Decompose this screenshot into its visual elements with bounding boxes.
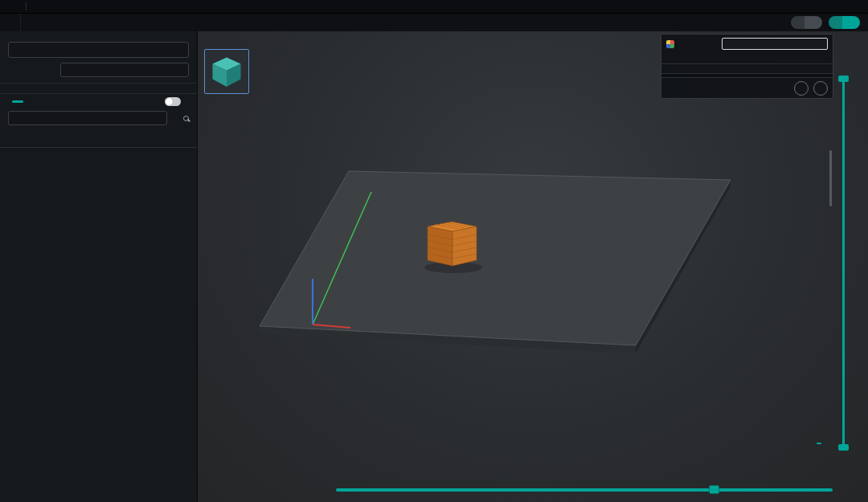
- total-estimation: [661, 63, 833, 73]
- previous-move-button[interactable]: [794, 81, 809, 96]
- section-header-precision[interactable]: [0, 204, 197, 218]
- process-setting-tabs: [0, 130, 197, 148]
- slice-options-caret[interactable]: [791, 16, 805, 29]
- gcode-scrollbar[interactable]: [829, 150, 832, 206]
- main-tab-bar: [0, 14, 868, 31]
- home-button[interactable]: [0, 14, 21, 31]
- slice-plate-button-group: [791, 16, 822, 29]
- thumbnail-cube: [205, 50, 248, 93]
- build-plate-scene: [198, 31, 868, 502]
- settings-sidebar: [0, 31, 198, 502]
- print-button[interactable]: [842, 16, 860, 29]
- layer-slider-bottom-handle[interactable]: [838, 444, 849, 451]
- section-header-seam[interactable]: [0, 186, 197, 201]
- move-slider-handle[interactable]: [709, 485, 719, 494]
- search-icon[interactable]: [183, 116, 189, 121]
- print-button-group: [829, 16, 860, 29]
- build-plate[interactable]: [260, 171, 731, 345]
- next-move-button[interactable]: [813, 81, 828, 96]
- bed-type-select[interactable]: [60, 63, 189, 77]
- process-preset-select[interactable]: [8, 111, 167, 125]
- slice-plate-button[interactable]: [805, 16, 822, 29]
- gcode-viewer[interactable]: [661, 73, 833, 77]
- sliced-model[interactable]: [428, 222, 477, 266]
- viewport-3d[interactable]: [198, 31, 868, 502]
- view-type-select[interactable]: [722, 38, 828, 50]
- move-slider-track[interactable]: [336, 488, 833, 492]
- color-scheme-icon: [666, 40, 674, 48]
- layer-slider-top-handle[interactable]: [838, 76, 849, 82]
- layer-slider-bottom-value: [817, 443, 821, 444]
- layer-slider-track[interactable]: [842, 80, 845, 447]
- line-type-table-header: [661, 53, 833, 63]
- preview-stats-panel: [661, 34, 833, 99]
- print-options-caret[interactable]: [829, 16, 842, 29]
- advanced-toggle[interactable]: [165, 97, 181, 106]
- divider: [26, 2, 27, 10]
- plate-thumbnail[interactable]: [204, 49, 249, 94]
- section-header-layer-height[interactable]: [0, 151, 197, 165]
- menu-bar: [0, 0, 868, 14]
- process-global-toggle[interactable]: [12, 100, 23, 103]
- printer-preset-select[interactable]: [8, 42, 189, 58]
- section-header-line-width[interactable]: [0, 169, 197, 183]
- toggle-knob: [166, 98, 173, 105]
- gcode-footer: [661, 77, 833, 98]
